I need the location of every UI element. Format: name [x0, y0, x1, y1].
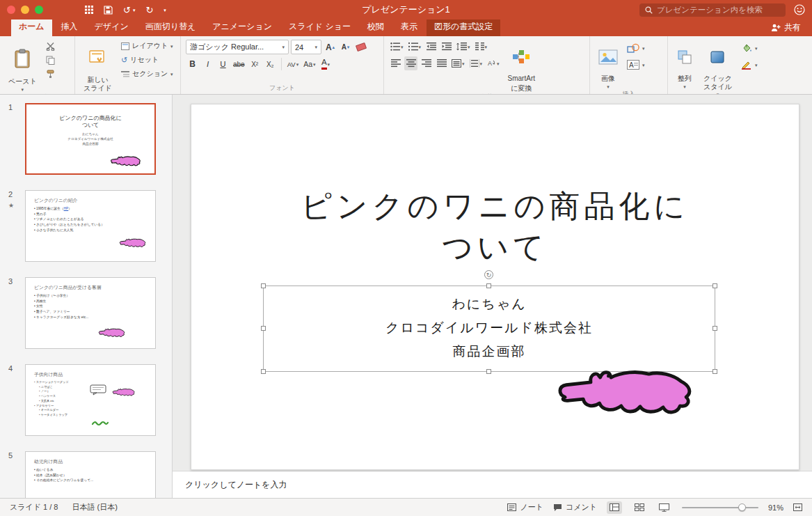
tab-insert[interactable]: 挿入 [54, 18, 86, 36]
zoom-percentage[interactable]: 91% [768, 503, 783, 512]
slide-thumbnail-1[interactable]: ピンクのワニの商品化に ついて わにちゃん クロコダイルワールド株式会社 商品企… [25, 103, 156, 175]
copy-button[interactable] [44, 54, 57, 66]
redo-button[interactable]: ↻ [145, 6, 153, 15]
fit-slide-to-window-button[interactable] [793, 503, 802, 511]
numbered-list-button[interactable]: ▾ [407, 40, 423, 54]
justify-icon [437, 59, 447, 68]
strikethrough-button[interactable]: abe [232, 57, 246, 71]
save-icon[interactable] [104, 6, 113, 15]
search-box[interactable] [639, 3, 786, 17]
zoom-window-button[interactable] [35, 6, 43, 14]
new-slide-button[interactable]: 新しい スライド ▾ [80, 40, 116, 95]
insert-textbox-button[interactable]: A▾ [625, 58, 647, 71]
slide-1-editor[interactable]: ピンクのワニの商品化に ついて ↻ わにちゃん クロコダイルワ [191, 104, 799, 470]
slide-number: 5 [8, 451, 13, 460]
tab-view[interactable]: 表示 [393, 18, 425, 36]
layout-button[interactable]: レイアウト▾ [119, 40, 175, 52]
pink-crocodile-image[interactable] [555, 354, 698, 428]
align-right-button[interactable] [420, 56, 433, 70]
fill-bucket-icon [741, 43, 752, 53]
shape-outline-button[interactable]: ▾ [739, 58, 760, 71]
bold-button[interactable]: B [186, 57, 199, 71]
justify-button[interactable] [435, 56, 448, 70]
zoom-slider-thumb[interactable] [738, 503, 746, 511]
decrease-font-size-button[interactable]: A▾ [339, 40, 352, 54]
change-case-button[interactable]: Aa▾ [302, 57, 317, 71]
clear-formatting-button[interactable] [354, 40, 367, 54]
tab-slideshow[interactable]: スライド ショー [281, 18, 358, 36]
resize-handle-n[interactable] [486, 283, 491, 288]
slide-thumbnail-2[interactable]: ピンクのワニの紹介 1995年春に誕生（HP） 男の子 ツチノコといわれたことが… [25, 190, 156, 262]
tab-transitions[interactable]: 画面切り替え [138, 18, 204, 36]
slide-number: 1 [8, 103, 13, 111]
resize-handle-nw[interactable] [261, 283, 266, 288]
columns-button[interactable]: ▾ [474, 40, 489, 54]
reset-button[interactable]: ↺ リセット [119, 54, 175, 66]
font-size-select[interactable]: 24▾ [291, 40, 321, 54]
tab-review[interactable]: 校閲 [360, 18, 392, 36]
increase-indent-button[interactable] [440, 40, 453, 54]
line-spacing-button[interactable]: ▾ [455, 40, 472, 54]
tab-animations[interactable]: アニメーション [205, 18, 280, 36]
comments-toggle-button[interactable]: コメント [553, 502, 597, 513]
shape-fill-button[interactable]: ▾ [739, 42, 760, 54]
notes-pane[interactable]: クリックしてノートを入力 [173, 471, 812, 498]
insert-shapes-button[interactable]: ▾ [625, 42, 647, 54]
share-button[interactable]: 共有 [771, 22, 801, 36]
vertical-align-button[interactable]: ▾ [468, 56, 484, 70]
slideshow-view-button[interactable] [657, 501, 672, 514]
normal-view-button[interactable] [607, 501, 622, 514]
slide-canvas[interactable]: ピンクのワニの商品化に ついて ↻ わにちゃん クロコダイルワ [173, 95, 812, 471]
text-direction-button[interactable]: A▾ [486, 56, 501, 70]
align-left-button[interactable] [389, 56, 402, 70]
tab-home[interactable]: ホーム [11, 18, 52, 36]
slide-title-text[interactable]: ピンクのワニの商品化に ついて [191, 185, 799, 268]
font-name-select[interactable]: 游ゴシック Regular...▾ [186, 40, 289, 54]
section-button[interactable]: セクション▾ [119, 68, 175, 80]
resize-handle-s[interactable] [486, 369, 491, 374]
minimize-window-button[interactable] [21, 6, 29, 14]
slide-thumbnail-3[interactable]: ピンクのワニ商品が受ける客層 子供向け（〜小学生） 高校生 女性 親子ペア、ファ… [25, 277, 156, 349]
insert-picture-button[interactable]: 画像 ▾ [595, 40, 621, 90]
feedback-smiley-icon[interactable] [794, 4, 805, 15]
bullet-list-button[interactable]: ▾ [389, 40, 405, 54]
character-spacing-button[interactable]: AV▾ [286, 57, 300, 71]
green-crocodile-icon [91, 419, 109, 427]
tab-shape-format[interactable]: 図形の書式設定 [427, 18, 500, 36]
close-window-button[interactable] [7, 6, 15, 14]
cut-button[interactable] [44, 40, 57, 52]
decrease-indent-button[interactable] [424, 40, 438, 54]
align-left-icon [391, 59, 401, 68]
subscript-button[interactable]: X₂ [264, 57, 277, 71]
group-label-font: フォント [186, 84, 379, 94]
ribbon-toggle-icon[interactable] [85, 6, 93, 14]
arrange-button[interactable]: 整列 ▾ [673, 40, 696, 90]
rotation-handle[interactable]: ↻ [484, 270, 493, 279]
slide-thumbnail-5[interactable]: 幼児向け商品 ぬいぐるみ 絵本（読み聞かせ） その他絵本にピンクのワニを使って.… [25, 451, 156, 498]
italic-button[interactable]: I [201, 57, 214, 71]
quick-styles-button[interactable]: クイック スタイル ▾ [700, 40, 735, 95]
font-color-button[interactable]: A▾ [319, 57, 333, 71]
resize-handle-sw[interactable] [261, 369, 266, 374]
increase-font-size-button[interactable]: A▴ [324, 40, 337, 54]
superscript-button[interactable]: X² [248, 57, 262, 71]
search-input[interactable] [657, 6, 780, 14]
tab-design[interactable]: デザイン [87, 18, 136, 36]
slide-thumbnail-4[interactable]: 子供向け商品 ステーショナリーグッズ ふでばこ ノート ペンケース 文房具 et… [25, 364, 156, 436]
toolbar-options-icon[interactable]: ▾ [164, 8, 166, 13]
undo-button[interactable]: ↺▾ [123, 6, 135, 15]
format-painter-button[interactable] [44, 68, 57, 80]
resize-handle-se[interactable] [713, 369, 717, 374]
align-center-button[interactable] [404, 56, 417, 70]
slide-sorter-view-button[interactable] [632, 501, 647, 514]
distribute-text-button[interactable]: ▾ [450, 56, 466, 70]
underline-button[interactable]: U [216, 57, 230, 71]
paste-button[interactable]: ペースト ▾ [5, 40, 40, 93]
zoom-slider[interactable] [682, 507, 758, 508]
notes-toggle-button[interactable]: ノート [507, 502, 543, 513]
convert-to-smartart-button[interactable]: SmartArt に変換 [504, 40, 539, 93]
group-font: 游ゴシック Regular...▾ 24▾ A▴ A▾ B I U abe [181, 36, 384, 94]
textbox-icon: A [627, 60, 639, 70]
language-indicator[interactable]: 日本語 (日本) [72, 502, 118, 513]
resize-handle-ne[interactable] [713, 283, 717, 288]
